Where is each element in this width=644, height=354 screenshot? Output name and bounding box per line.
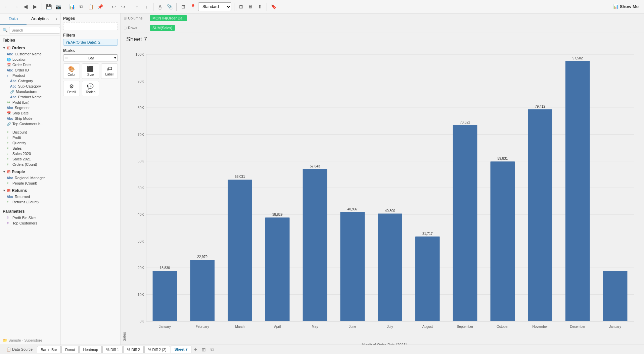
color-button[interactable]: 🎨 Color xyxy=(63,63,80,79)
share-icon[interactable]: ⬆ xyxy=(256,3,264,11)
annotate-icon[interactable]: 📎 xyxy=(166,3,174,11)
tab-donut[interactable]: Donut xyxy=(61,346,79,353)
tab-heatmap[interactable]: Heatmap xyxy=(79,346,102,353)
field-ship-date[interactable]: 📅 Ship Date xyxy=(0,110,60,116)
field-label: Profit Bin Size xyxy=(12,216,36,220)
field-returned[interactable]: Abc Returned xyxy=(0,194,60,199)
search-input[interactable] xyxy=(9,27,60,34)
forward-icon[interactable]: ▶ xyxy=(31,3,39,11)
columns-icon: ⊞ xyxy=(124,16,127,20)
field-people-count[interactable]: # People (Count) xyxy=(0,181,60,186)
field-sales-2020[interactable]: # Sales 2020 xyxy=(0,151,60,156)
undo2-icon[interactable]: ↩ xyxy=(110,3,118,11)
tab-bar-in-bar[interactable]: Bar in Bar xyxy=(37,346,61,353)
fit-icon[interactable]: ⊡ xyxy=(179,3,187,11)
field-manufacturer[interactable]: 🔗 Manufacturer xyxy=(0,89,60,94)
field-top-customers[interactable]: 🔗 Top Customers b... xyxy=(0,121,60,127)
rows-icon: ⊟ xyxy=(124,26,127,30)
tab-pct-diff-2[interactable]: % Diff 2 xyxy=(123,346,143,353)
duplicate-icon[interactable]: ⧉ xyxy=(77,3,85,11)
field-returns-count[interactable]: # Returns (Count) xyxy=(0,199,60,205)
field-order-id[interactable]: Abc Order ID xyxy=(0,67,60,73)
tooltip-button[interactable]: 💬 Tooltip xyxy=(82,81,99,96)
chevron-down-icon: ▾ xyxy=(114,56,116,60)
field-label: Order Date xyxy=(12,63,31,67)
sort-asc-icon[interactable]: ↑ xyxy=(133,3,141,11)
device-icon[interactable]: 🖥 xyxy=(246,3,255,11)
param-top-customers[interactable]: # Top Customers xyxy=(0,220,60,226)
field-subcategory[interactable]: Abc Sub-Category xyxy=(0,84,60,89)
undo-icon[interactable]: ← xyxy=(3,3,11,11)
tab-pct-diff-2-2[interactable]: % Diff 2 (2) xyxy=(144,346,170,353)
redo-icon[interactable]: → xyxy=(12,3,20,11)
svg-rect-25 xyxy=(190,260,215,321)
new-sheet-icon[interactable]: ⊞ xyxy=(200,346,208,353)
field-regional-manager[interactable]: Abc Regional Manager xyxy=(0,175,60,181)
new-sheet-icon[interactable]: 📊 xyxy=(68,3,76,11)
param-icon: # xyxy=(7,221,11,225)
field-location[interactable]: 🌐 Location xyxy=(0,57,60,62)
field-product[interactable]: ▸ Product xyxy=(0,73,60,78)
tab-analytics[interactable]: Analytics xyxy=(27,13,53,24)
tab-data-source[interactable]: 📋 Data Source xyxy=(3,346,36,353)
columns-pill[interactable]: MONTH(Order Da.. xyxy=(150,15,187,21)
label-button[interactable]: 🏷 Label xyxy=(101,63,118,79)
copy-icon[interactable]: 📋 xyxy=(87,3,95,11)
field-profit[interactable]: # Profit xyxy=(0,135,60,140)
grid-icon[interactable]: ⊞ xyxy=(237,3,245,11)
rows-pill[interactable]: SUM(Sales) xyxy=(150,25,175,31)
show-me-button[interactable]: 📊 Show Me xyxy=(610,3,641,10)
tab-sheet-7[interactable]: Sheet 7 xyxy=(171,346,191,353)
tab-pct-diff-1[interactable]: % Diff 1 xyxy=(102,346,123,353)
filter-year-order-date[interactable]: YEAR(Order Date): 2... xyxy=(63,39,118,46)
sidebar-close-icon[interactable]: ‹ xyxy=(53,13,60,24)
duplicate-sheet-icon[interactable]: ⧉ xyxy=(209,346,216,353)
save-icon[interactable]: 💾 xyxy=(45,3,53,11)
cal-icon: 📅 xyxy=(7,63,11,67)
main-layout: Data Analytics ‹ 🔍 ⊟ ⊞ Tables ▼ ⊞ Orders… xyxy=(0,13,644,345)
table-returns-header[interactable]: ▼ ⊞ Returns xyxy=(0,187,60,194)
field-order-date[interactable]: 📅 Order Date xyxy=(0,62,60,67)
table-people-header[interactable]: ▼ ⊞ People xyxy=(0,168,60,175)
field-segment[interactable]: Abc Segment xyxy=(0,105,60,110)
paste-icon[interactable]: 📌 xyxy=(96,3,104,11)
detail-button[interactable]: ⚙ Detail xyxy=(63,81,80,96)
field-category[interactable]: Abc Category xyxy=(0,78,60,84)
field-sales-2021[interactable]: # Sales 2021 xyxy=(0,156,60,162)
svg-text:20K: 20K xyxy=(137,266,144,270)
size-button[interactable]: ⬛ Size xyxy=(82,63,99,79)
table-orders: ▼ ⊞ Orders Abc Customer Name 🌐 Location … xyxy=(0,44,60,168)
bookmark-icon[interactable]: 🔖 xyxy=(270,3,278,11)
back-icon[interactable]: ◀ xyxy=(21,3,30,11)
sep8 xyxy=(267,3,267,11)
field-profit-bin[interactable]: ## Profit (bin) xyxy=(0,100,60,105)
chart-inner: Sheet 7 Sales 0K10K20K30K40K50K60K70K80K… xyxy=(121,33,644,345)
field-discount[interactable]: # Discount xyxy=(0,130,60,135)
standard-dropdown[interactable]: Standard xyxy=(198,2,231,11)
sort-desc-icon[interactable]: ↓ xyxy=(142,3,150,11)
table-orders-header[interactable]: ▼ ⊞ Orders xyxy=(0,45,60,51)
field-customer-name[interactable]: Abc Customer Name xyxy=(0,51,60,57)
field-label: Returned xyxy=(15,195,30,199)
redo2-icon[interactable]: ↪ xyxy=(119,3,127,11)
highlight-icon[interactable]: A̲ xyxy=(156,3,164,11)
field-orders-count[interactable]: # Orders (Count) xyxy=(0,162,60,167)
field-ship-mode[interactable]: Abc Ship Mode xyxy=(0,116,60,121)
param-profit-bin-size[interactable]: # Profit Bin Size xyxy=(0,215,60,220)
field-product-name[interactable]: Abc Product Name xyxy=(0,94,60,100)
marks-type-label: Bar xyxy=(88,56,94,60)
field-quantity[interactable]: # Quantity xyxy=(0,140,60,146)
tab-data[interactable]: Data xyxy=(0,13,27,24)
print-icon[interactable]: 📷 xyxy=(54,3,62,11)
field-label: Customer Name xyxy=(15,52,42,56)
size-icon: ⬛ xyxy=(87,66,94,72)
field-sales[interactable]: # Sales xyxy=(0,146,60,151)
data-source-label[interactable]: 📁 Sample - Superstore xyxy=(0,336,60,345)
returns-table-icon: ⊞ xyxy=(7,188,10,193)
marks-type-dropdown[interactable]: ⚌ Bar ▾ xyxy=(63,54,118,61)
pin-icon[interactable]: 📍 xyxy=(189,3,197,11)
svg-text:June: June xyxy=(349,325,356,328)
svg-text:60K: 60K xyxy=(137,159,144,163)
sep4 xyxy=(130,3,130,11)
add-sheet-button[interactable]: + xyxy=(192,346,199,353)
